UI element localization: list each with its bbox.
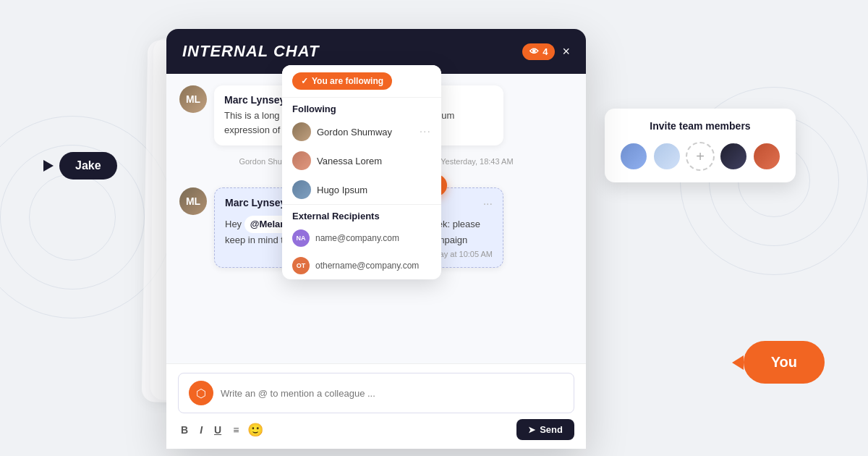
following-section-title: Following [282, 98, 441, 117]
following-item-gordon[interactable]: Gordon Shumway ··· [282, 117, 441, 146]
message-options-icon[interactable]: ··· [483, 198, 493, 211]
gordon-name: Gordon Shumway [317, 127, 392, 138]
you-arrow-icon [732, 355, 744, 370]
add-team-member-button[interactable]: + [686, 142, 715, 171]
gordon-avatar [292, 122, 311, 141]
compose-area: ⬡ B I U ≡ 🙂 ➤ Send [166, 363, 586, 449]
you-pill: You [744, 341, 825, 384]
message-sender-2: Marc Lynsey [225, 197, 286, 208]
viewers-badge[interactable]: 👁 4 [522, 43, 555, 60]
vanessa-name: Vanessa Lorem [317, 156, 382, 166]
external-recipients-title: External Recipients [282, 204, 441, 224]
chat-header-controls: 👁 4 × [522, 43, 570, 60]
send-label: Send [540, 424, 563, 435]
team-avatars: + [619, 142, 781, 171]
team-avatar-1[interactable] [619, 142, 648, 171]
check-icon: ✓ [301, 76, 308, 86]
external-item-na: NA name@company.com [282, 224, 441, 252]
following-dropdown: ✓ You are following Following Gordon Shu… [282, 65, 441, 279]
invite-panel: Invite team members + [605, 109, 796, 182]
compose-text-input[interactable] [221, 388, 563, 399]
team-avatar-5[interactable] [752, 142, 781, 171]
send-button[interactable]: ➤ Send [516, 419, 574, 440]
invite-title: Invite team members [619, 120, 781, 132]
jake-arrow-icon [43, 160, 54, 172]
send-icon: ➤ [528, 425, 535, 435]
team-avatar-2[interactable] [652, 142, 681, 171]
you-are-following-section: ✓ You are following [282, 65, 441, 98]
hugo-name: Hugo Ipsum [317, 185, 367, 195]
format-bold-button[interactable]: B [178, 422, 191, 438]
message-avatar-2: ML [179, 187, 207, 215]
following-item-hugo[interactable]: Hugo Ipsum [282, 175, 441, 204]
external-email-na: name@company.com [315, 233, 399, 243]
format-list-button[interactable]: ≡ [230, 422, 242, 438]
format-buttons: B I U ≡ 🙂 [178, 422, 263, 438]
you-are-following-label: You are following [312, 76, 383, 86]
external-avatar-na: NA [292, 229, 310, 247]
external-avatar-ot: OT [292, 257, 310, 274]
compose-icon-wrap: ⬡ [189, 381, 213, 405]
message-text-before: Hey [225, 219, 242, 229]
team-avatar-4[interactable] [719, 142, 748, 171]
hugo-avatar [292, 180, 311, 199]
emoji-button[interactable]: 🙂 [247, 422, 263, 438]
compose-input-row: ⬡ [178, 373, 574, 413]
viewers-count: 4 [542, 46, 548, 57]
external-email-ot: othername@company.com [315, 261, 419, 271]
you-label: You [744, 341, 825, 384]
you-are-following-badge[interactable]: ✓ You are following [292, 72, 392, 90]
following-item-vanessa[interactable]: Vanessa Lorem [282, 146, 441, 175]
more-options-icon[interactable]: ··· [420, 125, 431, 138]
compose-toolbar: B I U ≡ 🙂 ➤ Send [178, 419, 574, 440]
eye-icon: 👁 [529, 46, 539, 57]
close-button[interactable]: × [562, 45, 570, 58]
compose-brand-icon: ⬡ [196, 387, 206, 400]
format-underline-button[interactable]: U [211, 422, 224, 438]
external-item-ot: OT othername@company.com [282, 252, 441, 279]
format-italic-button[interactable]: I [197, 422, 205, 438]
chat-title: INTERNAL CHAT [182, 42, 319, 61]
jake-pill: Jake [59, 152, 117, 180]
message-avatar-1: ML [179, 85, 207, 113]
jake-label: Jake [43, 152, 117, 180]
vanessa-avatar [292, 151, 311, 170]
